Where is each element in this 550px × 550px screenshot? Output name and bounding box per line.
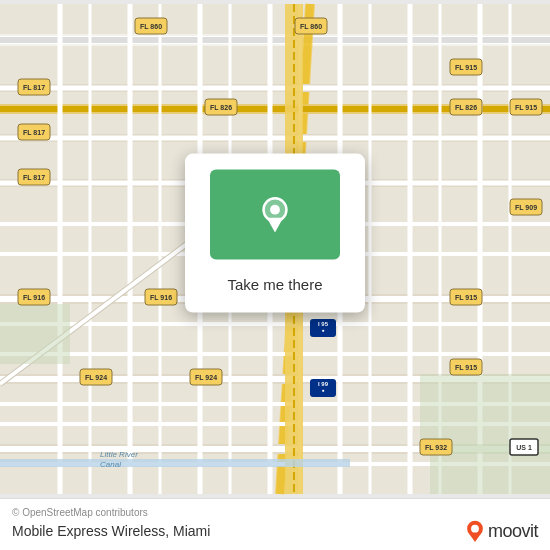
svg-point-97 xyxy=(270,205,280,215)
svg-text:Little River: Little River xyxy=(100,450,138,459)
location-pin-icon xyxy=(257,197,293,233)
bottom-bar: © OpenStreetMap contributors Mobile Expr… xyxy=(0,498,550,550)
svg-text:FL 915: FL 915 xyxy=(515,104,537,111)
svg-text:FL 924: FL 924 xyxy=(195,374,217,381)
svg-rect-48 xyxy=(0,304,70,364)
svg-text:FL 915: FL 915 xyxy=(455,64,477,71)
svg-text:Canal: Canal xyxy=(100,460,121,469)
svg-text:US 1: US 1 xyxy=(516,444,532,451)
svg-text:FL 916: FL 916 xyxy=(150,294,172,301)
svg-text:FL 915: FL 915 xyxy=(455,364,477,371)
svg-text:FL 915: FL 915 xyxy=(455,294,477,301)
svg-text:FL 860: FL 860 xyxy=(300,23,322,30)
svg-point-101 xyxy=(471,525,479,533)
map-container: FL 860 FL 860 FL 817 FL 817 FL 817 FL 82… xyxy=(0,0,550,498)
svg-text:FL 932: FL 932 xyxy=(425,444,447,451)
popup-icon-background xyxy=(210,170,340,260)
app: FL 860 FL 860 FL 817 FL 817 FL 817 FL 82… xyxy=(0,0,550,550)
svg-text:FL 860: FL 860 xyxy=(140,23,162,30)
moovit-brand-text: moovit xyxy=(488,521,538,542)
svg-marker-98 xyxy=(267,218,283,233)
svg-text:FL 826: FL 826 xyxy=(210,104,232,111)
take-me-there-button[interactable]: Take me there xyxy=(227,272,322,297)
svg-text:FL 909: FL 909 xyxy=(515,204,537,211)
svg-marker-100 xyxy=(469,534,480,542)
moovit-pin-icon xyxy=(464,520,486,542)
svg-text:FL 817: FL 817 xyxy=(23,84,45,91)
map-attribution: © OpenStreetMap contributors xyxy=(12,507,538,518)
svg-rect-47 xyxy=(0,459,350,467)
svg-text:FL 924: FL 924 xyxy=(85,374,107,381)
svg-text:FL 916: FL 916 xyxy=(23,294,45,301)
popup-card: Take me there xyxy=(185,154,365,313)
moovit-logo: moovit xyxy=(464,520,538,542)
svg-text:●: ● xyxy=(321,387,324,393)
place-name: Mobile Express Wireless, Miami xyxy=(12,523,210,539)
svg-text:FL 817: FL 817 xyxy=(23,174,45,181)
svg-text:●: ● xyxy=(321,327,324,333)
svg-text:FL 826: FL 826 xyxy=(455,104,477,111)
svg-text:FL 817: FL 817 xyxy=(23,129,45,136)
place-info: Mobile Express Wireless, Miami moovit xyxy=(12,520,538,542)
